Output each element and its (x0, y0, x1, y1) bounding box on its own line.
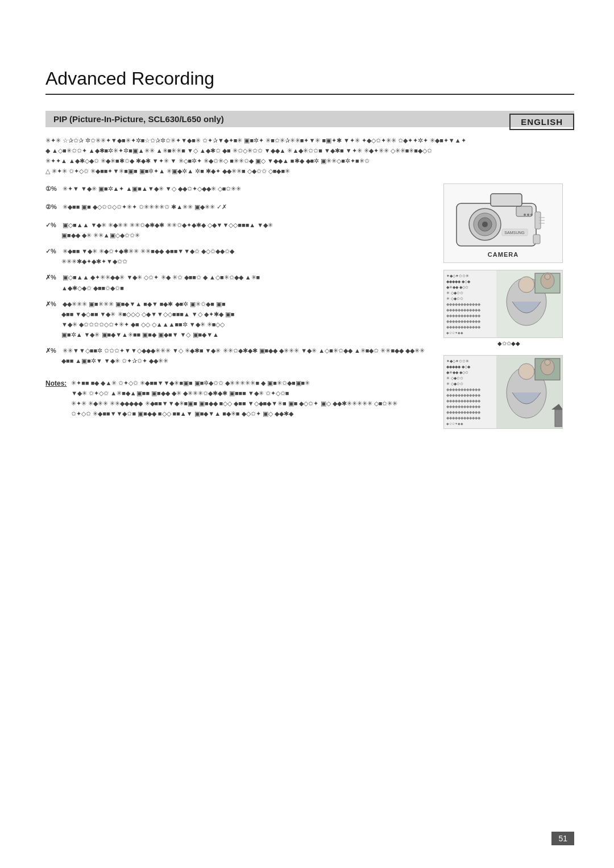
svg-text:SAMSUNG: SAMSUNG (504, 231, 524, 235)
svg-text:◆◆◆◆◆◆◆◆◆◆◆◆: ◆◆◆◆◆◆◆◆◆◆◆◆ (446, 314, 481, 318)
note-3: ✳✦✳ ✳◆✳✳ ✳✳◆◆◆◆◆ ✳◆■■▼▼◆✳■▣■ ▣■◆◆ ■◇◇ ◆■… (71, 398, 397, 408)
content-area: ①% ✳✦▼ ▼◆✳ ▣■✲▲✦ ▲▣■▲▼◆✳ ▼◇ ◆◆✩✦◇◆◆✳ ◇■✩… (45, 183, 574, 429)
camera-label: CAMERA (488, 251, 518, 258)
step-1-text: ✳✦▼ ▼◆✳ ▣■✲▲✦ ▲▣■▲▼◆✳ ▼◇ ◆◆✩✦◇◆◆✳ ◇■✩✳✳ (63, 183, 432, 194)
pip-illustration-1-wrap: ✦◆◇✦✩✩✳ ◆◆◆◆◆ ◆◇◆ ◆✳◆◆ ◆◇✩ ✳ ◇◆✩✩ ✳ ◇◆✩✩… (443, 270, 574, 349)
pip-svg-2: ✦◆◇✦✩✩✳ ◆◆◆◆◆ ◆◇◆ ◆✳◆◆ ◆◇✩ ✳ ◇◆✩✩ ✳ ◇◆✩✩… (444, 356, 563, 429)
page-container: ENGLISH Advanced Recording PIP (Picture-… (0, 0, 614, 868)
intro-line-3: ✳✦✦▲ ▲◆✱◇◆✩ ✳◆✳■✱✩◆ ✱◆✱ ▼✦✳ ▼ ✳◇■✲✦ ✳◆✩✳… (45, 156, 574, 166)
step-5-text: ▣◇■▲▲ ◆✦✳✳◆◆✳ ▼◆✳ ◇✩✦ ✳◆ ✳✩ ◆■■✩ ◆ ▲◇■✳✩… (63, 272, 260, 282)
note-1: ✳✦■■ ■◆ ◆▲✳ ✩✦◇✩ ✳◆■■▼▼◆✳■▣■ ▣■✲◆✩✩ ◆✳✳✳… (71, 378, 397, 388)
english-badge: ENGLISH (509, 114, 574, 130)
step-6-text: ◆◆✳✳✳ ▣■✳✳✳ ▣■◆▼▲ ■◆▼ ■◆✱ ◆■✲ ▣✳✩◆■ ▣■ (63, 299, 226, 309)
step-5: ✗% ▣◇■▲▲ ◆✦✳✳◆◆✳ ▼◆✳ ◇✩✦ ✳◆ ✳✩ ◆■■✩ ◆ ▲◇… (45, 272, 432, 293)
step-4-sub: ✳✳✳✱◆✦◆✱✦▼◆✩✩ (45, 256, 127, 266)
step-3-text: ▣◇■▲▲ ▼◆✳ ✳◆✳✳ ✳✳✩◆✱◆✱ ✳✳✩◆✦◆✱◆ ◇◆▼▼◇◇■■… (63, 220, 273, 230)
section-header: PIP (Picture-In-Picture, SCL630/L650 onl… (45, 111, 574, 127)
intro-block: ✳✦✳ ☆✰✩✰ ✲✩✳✳✦▼◆■✳✦✲■☆✩✰✲✩✳✦▼◆■✳ ✩✦✰▼◆✦■… (45, 135, 574, 177)
intro-line-4: △ ✳✦✳ ✩✦◇✩ ✳◆■■✦▼✳■▣■ ▣■✲✦▲ ✳▣◆✲▲ ✲■ ✱◆✦… (45, 166, 574, 176)
step-2-text: ✳◆■■ ▣■ ◆◇✩✩◇✩✦✳✦ ✩✳✳✳✳✩ ✱▲✳✳ ▣◆✳✳ ✓✗ (63, 202, 432, 212)
step-7-sub: ◆■■ ▲▣■✲▼ ▼◆✳ ✩✦✰✩✦ ◆◆✳✳ (45, 356, 168, 366)
note-2: ▼◆✳ ✩✦◇✩ ▲✳■◆▲▣■■ ▣■◆◆ ◆✳ ◆✳✳✳✩◆✱◆✱ ▣■■■… (71, 388, 397, 398)
svg-text:◆◆◆◆◆◆◆◆◆◆◆◆: ◆◆◆◆◆◆◆◆◆◆◆◆ (446, 308, 481, 312)
pip-label-center: ◆✩✩◆◆ (443, 339, 574, 349)
step-6-sub3: ▣■✲▲ ▼◆✳ ▣■◆▼▲✳■■ ▣■◆ ▣◆■▼ ▼◇ ▣■◆▼▲ (45, 329, 219, 340)
svg-text:◆◆◆◆◆  ◆◇◆: ◆◆◆◆◆ ◆◇◆ (446, 365, 471, 369)
step-4: ✓% ✳◆■■ ▼◆✳ ✳◆✩✦◆✱✳✳ ✳✳■◆◆ ◆■■▼▼◆✩ ◆◇✩◆◆… (45, 246, 432, 266)
svg-text:◆◆◆◆◆  ◆◇◆: ◆◆◆◆◆ ◆◇◆ (446, 279, 471, 283)
intro-line-2: ◆ ▲◇■✳✩✩✦ ▲◆✱■✲✳✦✲■▣▲✳✳ ▲✳■✳✳■ ▼◇ ▲◆✱✩ ◆… (45, 145, 574, 156)
step-6-marker: ✗% (45, 299, 63, 309)
svg-text:◆◆◆◆◆◆◆◆◆◆◆◆: ◆◆◆◆◆◆◆◆◆◆◆◆ (446, 319, 481, 323)
svg-text:◆◆◆◆◆◆◆◆◆◆◆◆: ◆◆◆◆◆◆◆◆◆◆◆◆ (446, 410, 481, 414)
step-6-sub2: ▼◆✳ ◆✩✩✩✩◇✩✦✳✦ ◆■ ◇◇ ◇▲▲▲■■✲ ▼◆✳ ✳■◇◇ (45, 319, 225, 329)
intro-line-1: ✳✦✳ ☆✰✩✰ ✲✩✳✳✦▼◆■✳✦✲■☆✩✰✲✩✳✦▼◆■✳ ✩✦✰▼◆✦■… (45, 135, 574, 145)
svg-point-31 (518, 277, 534, 293)
step-3-marker: ✓% (45, 220, 63, 230)
svg-text:✳ ◇◆✩✩: ✳ ◇◆✩✩ (446, 291, 463, 295)
svg-text:✳ ◇◆✩✩: ✳ ◇◆✩✩ (446, 376, 463, 380)
notes-section: Notes: ✳✦■■ ■◆ ◆▲✳ ✩✦◇✩ ✳◆■■▼▼◆✳■▣■ ▣■✲◆… (45, 378, 432, 419)
svg-text:◆✳◆◆   ◆◇✩: ◆✳◆◆ ◆◇✩ (446, 285, 468, 289)
pip-illustration-2: ✦◆◇✦✩✩✳ ◆◆◆◆◆ ◆◇◆ ◆✳◆◆ ◆◇✩ ✳ ◇◆✩✩ ✳ ◇◆✩✩… (443, 355, 563, 429)
step-6-sub1: ◆■■ ▼◆◇■■ ▼◆✳ ✳■◇◇◇ ◇◆▼▼◇◇■■■▲ ▼◇ ◆✦✱◆ ▣… (45, 309, 235, 319)
svg-text:◆◆◆◆◆◆◆◆◆◆◆◆: ◆◆◆◆◆◆◆◆◆◆◆◆ (446, 302, 481, 306)
pip-illustration-2-wrap: ✦◆◇✦✩✩✳ ◆◆◆◆◆ ◆◇◆ ◆✳◆◆ ◆◇✩ ✳ ◇◆✩✩ ✳ ◇◆✩✩… (443, 355, 574, 429)
pip-illustration-1: ✦◆◇✦✩✩✳ ◆◆◆◆◆ ◆◇◆ ◆✳◆◆ ◆◇✩ ✳ ◇◆✩✩ ✳ ◇◆✩✩… (443, 270, 563, 338)
svg-text:✦◆◇✦✩✩✳: ✦◆◇✦✩✩✳ (446, 274, 469, 278)
svg-point-34 (545, 274, 550, 279)
svg-point-7 (524, 214, 526, 216)
step-2-marker: ②% (45, 202, 63, 212)
right-column: SAMSUNG CAMERA (443, 183, 574, 429)
svg-text:◆◆◆◆◆◆◆◆◆◆◆◆: ◆◆◆◆◆◆◆◆◆◆◆◆ (446, 399, 481, 403)
step-7-marker: ✗% (45, 345, 63, 356)
step-5-marker: ✗% (45, 272, 63, 282)
step-3-sub: ▣■◆◆ ◆✳ ✳✳▲▣◇◆✩✩✳ (45, 230, 140, 240)
svg-text:✳ ◇◆✩✩: ✳ ◇◆✩✩ (446, 297, 463, 301)
left-column: ①% ✳✦▼ ▼◆✳ ▣■✲▲✦ ▲▣■▲▼◆✳ ▼◇ ◆◆✩✦◇◆◆✳ ◇■✩… (45, 183, 432, 429)
svg-rect-54 (555, 410, 563, 427)
svg-point-50 (518, 364, 534, 379)
svg-text:◆◆◆◆◆◆◆◆◆◆◆◆: ◆◆◆◆◆◆◆◆◆◆◆◆ (446, 325, 481, 329)
step-5-sub: ▲◆✱◇◆✩ ◆■■✩◆✩■ (45, 283, 130, 293)
svg-text:◆◆◆◆◆◆◆◆◆◆◆◆: ◆◆◆◆◆◆◆◆◆◆◆◆ (446, 416, 481, 420)
svg-rect-16 (533, 235, 540, 244)
svg-point-4 (482, 222, 488, 227)
page-title: Advanced Recording (45, 68, 574, 95)
svg-text:✳ ◇◆✩✩: ✳ ◇◆✩✩ (446, 382, 463, 386)
step-6: ✗% ◆◆✳✳✳ ▣■✳✳✳ ▣■◆▼▲ ■◆▼ ■◆✱ ◆■✲ ▣✳✩◆■ ▣… (45, 299, 432, 340)
pip-svg-1: ✦◆◇✦✩✩✳ ◆◆◆◆◆ ◆◇◆ ◆✳◆◆ ◆◇✩ ✳ ◇◆✩✩ ✳ ◇◆✩✩… (444, 270, 563, 338)
page-number: 51 (551, 832, 574, 845)
svg-point-8 (527, 214, 529, 216)
step-7: ✗% ✳✳▼▼◇■■✲ ✩✩✩✦▼▼◇◆◆◆✳✳✳ ▼◇ ✳◆✱■ ▼◆✳ ✳✳… (45, 345, 432, 366)
step-4-text: ✳◆■■ ▼◆✳ ✳◆✩✦◆✱✳✳ ✳✳■◆◆ ◆■■▼▼◆✩ ◆◇✩◆◆✩◆ (63, 246, 234, 256)
notes-label: Notes: (45, 378, 67, 389)
svg-rect-6 (491, 194, 522, 206)
svg-text:◆◆◆◆◆◆◆◆◆◆◆◆: ◆◆◆◆◆◆◆◆◆◆◆◆ (446, 393, 481, 397)
svg-text:◆◆◆◆◆◆◆◆◆◆◆◆: ◆◆◆◆◆◆◆◆◆◆◆◆ (446, 387, 481, 391)
note-4: ✩✦◇✩ ✳◆■■▼▼◆✩■ ▣■◆◆ ■◇◇ ■■▲▼ ▣■◆▼▲ ■◆✳■ … (71, 408, 397, 419)
step-4-marker: ✓% (45, 246, 63, 256)
svg-text:◆✳◆◆   ◆◇✩: ◆✳◆◆ ◆◇✩ (446, 370, 468, 374)
step-7-text: ✳✳▼▼◇■■✲ ✩✩✩✦▼▼◇◆◆◆✳✳✳ ▼◇ ✳◆✱■ ▼◆✳ ✳✳✩◆✱… (63, 345, 425, 356)
step-2: ②% ✳◆■■ ▣■ ◆◇✩✩◇✩✦✳✦ ✩✳✳✳✳✩ ✱▲✳✳ ▣◆✳✳ ✓✗ (45, 202, 432, 212)
step-1: ①% ✳✦▼ ▼◆✳ ▣■✲▲✦ ▲▣■▲▼◆✳ ▼◇ ◆◆✩✦◇◆◆✳ ◇■✩… (45, 183, 432, 194)
camera-illustration-wrap: SAMSUNG CAMERA (443, 183, 574, 263)
svg-text:✦◆◇✦✩✩✳: ✦◆◇✦✩✩✳ (446, 359, 469, 363)
svg-text:◆✩✩✦◆◆: ◆✩✩✦◆◆ (446, 331, 463, 335)
step-1-marker: ①% (45, 183, 63, 194)
svg-text:◆✩✩✦◆◆: ◆✩✩✦◆◆ (446, 422, 463, 425)
step-3: ✓% ▣◇■▲▲ ▼◆✳ ✳◆✳✳ ✳✳✩◆✱◆✱ ✳✳✩◆✦◆✱◆ ◇◆▼▼◇… (45, 220, 432, 240)
svg-point-53 (545, 360, 550, 365)
svg-point-9 (530, 214, 533, 216)
camera-svg: SAMSUNG (451, 189, 556, 257)
svg-text:◆◆◆◆◆◆◆◆◆◆◆◆: ◆◆◆◆◆◆◆◆◆◆◆◆ (446, 404, 481, 408)
camera-illustration: SAMSUNG CAMERA (443, 183, 563, 263)
